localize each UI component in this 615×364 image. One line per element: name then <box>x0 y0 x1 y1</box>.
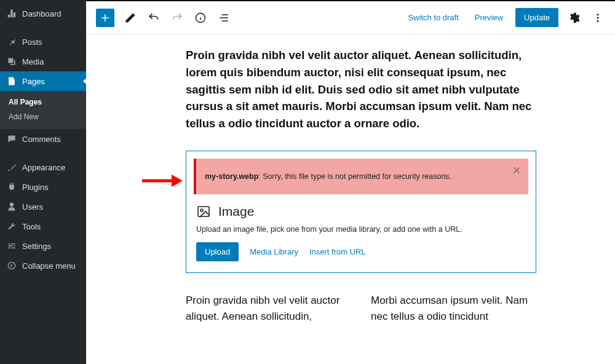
sliders-icon <box>6 240 17 251</box>
sidebar-item-tools[interactable]: Tools <box>0 216 86 236</box>
brush-icon <box>6 162 17 173</box>
column-left[interactable]: Proin gravida nibh vel velit auctor aliq… <box>186 293 351 325</box>
sidebar-item-label: Appearance <box>22 163 65 172</box>
sidebar-item-collapse[interactable]: Collapse menu <box>0 256 86 275</box>
editor-canvas[interactable]: Proin gravida nibh vel velit auctor aliq… <box>86 34 615 364</box>
sidebar-item-pages[interactable]: Pages <box>0 71 86 91</box>
pin-icon <box>6 36 17 47</box>
svg-point-3 <box>597 17 599 18</box>
dashboard-icon <box>6 8 17 19</box>
sidebar-item-settings[interactable]: Settings <box>0 236 86 256</box>
content-column: Proin gravida nibh vel velit auctor aliq… <box>186 47 536 325</box>
add-block-button[interactable] <box>96 9 114 27</box>
wrench-icon <box>6 221 17 232</box>
user-icon <box>6 201 17 212</box>
page-icon <box>6 76 17 87</box>
undo-icon[interactable] <box>146 10 161 25</box>
editor-topbar: Switch to draft Preview Update <box>86 1 615 34</box>
sidebar-item-posts[interactable]: Posts <box>0 32 86 52</box>
sidebar-item-label: Posts <box>22 38 42 47</box>
sidebar-subitem-all-pages[interactable]: All Pages <box>0 95 86 109</box>
sidebar-item-label: Dashboard <box>22 9 62 18</box>
annotation-arrow-icon <box>142 175 183 187</box>
update-button[interactable]: Update <box>515 8 558 27</box>
image-icon <box>196 204 211 219</box>
editor-main: Switch to draft Preview Update Proin gra… <box>86 0 615 364</box>
image-block-title: Image <box>218 204 254 219</box>
sidebar-item-label: Users <box>22 202 43 212</box>
error-text: my-story.webp: Sorry, this file type is … <box>205 172 451 181</box>
info-icon[interactable] <box>193 10 208 25</box>
sidebar-subitem-add-new[interactable]: Add New <box>0 109 86 124</box>
sidebar-item-comments[interactable]: Comments <box>0 129 86 149</box>
columns-block[interactable]: Proin gravida nibh vel velit auctor aliq… <box>186 293 536 325</box>
svg-point-8 <box>200 209 203 212</box>
error-filename: my-story.webp <box>205 172 258 181</box>
redo-icon <box>170 10 184 25</box>
topbar-left-tools <box>96 9 231 27</box>
image-block-actions: Upload Media Library Insert from URL <box>194 242 528 265</box>
sidebar-item-users[interactable]: Users <box>0 197 86 216</box>
svg-point-0 <box>8 262 15 269</box>
settings-gear-icon[interactable] <box>567 10 582 25</box>
error-notice: my-story.webp: Sorry, this file type is … <box>194 159 528 194</box>
plug-icon <box>6 181 17 192</box>
svg-rect-7 <box>198 207 209 216</box>
svg-point-4 <box>597 20 599 22</box>
sidebar-item-media[interactable]: Media <box>0 52 86 71</box>
sidebar-item-appearance[interactable]: Appearance <box>0 157 86 177</box>
outline-icon[interactable] <box>216 10 231 25</box>
sidebar-item-label: Media <box>22 57 44 66</box>
image-block-heading: Image <box>194 204 528 225</box>
sidebar-item-label: Tools <box>22 222 41 231</box>
insert-from-url-button[interactable]: Insert from URL <box>309 247 366 256</box>
admin-sidebar: Dashboard Posts Media Pages All Pages Ad… <box>0 0 86 364</box>
sidebar-item-plugins[interactable]: Plugins <box>0 177 86 197</box>
sidebar-item-dashboard[interactable]: Dashboard <box>0 4 86 23</box>
svg-point-2 <box>597 14 599 15</box>
upload-button[interactable]: Upload <box>196 242 239 261</box>
preview-button[interactable]: Preview <box>471 13 507 22</box>
sidebar-item-label: Comments <box>22 135 61 144</box>
sidebar-item-label: Collapse menu <box>22 261 76 271</box>
sidebar-submenu-pages: All Pages Add New <box>0 91 86 129</box>
error-message: : Sorry, this file type is not permitted… <box>258 172 451 181</box>
image-block-help: Upload an image file, pick one from your… <box>194 225 528 242</box>
comment-icon <box>6 133 17 144</box>
svg-marker-6 <box>172 175 183 187</box>
switch-to-draft-button[interactable]: Switch to draft <box>404 13 462 22</box>
collapse-icon <box>6 260 17 271</box>
column-right[interactable]: Morbi accumsan ipsum velit. Nam nec tell… <box>371 293 536 325</box>
media-icon <box>6 56 17 67</box>
edit-mode-icon[interactable] <box>123 10 138 25</box>
sidebar-item-label: Plugins <box>22 183 49 192</box>
sidebar-item-label: Pages <box>22 77 45 86</box>
close-icon[interactable] <box>511 165 522 178</box>
media-library-button[interactable]: Media Library <box>250 247 298 256</box>
sidebar-item-label: Settings <box>22 242 51 251</box>
image-block[interactable]: my-story.webp: Sorry, this file type is … <box>186 151 536 273</box>
more-menu-icon[interactable] <box>590 10 605 25</box>
paragraph-block[interactable]: Proin gravida nibh vel velit auctor aliq… <box>186 47 536 132</box>
